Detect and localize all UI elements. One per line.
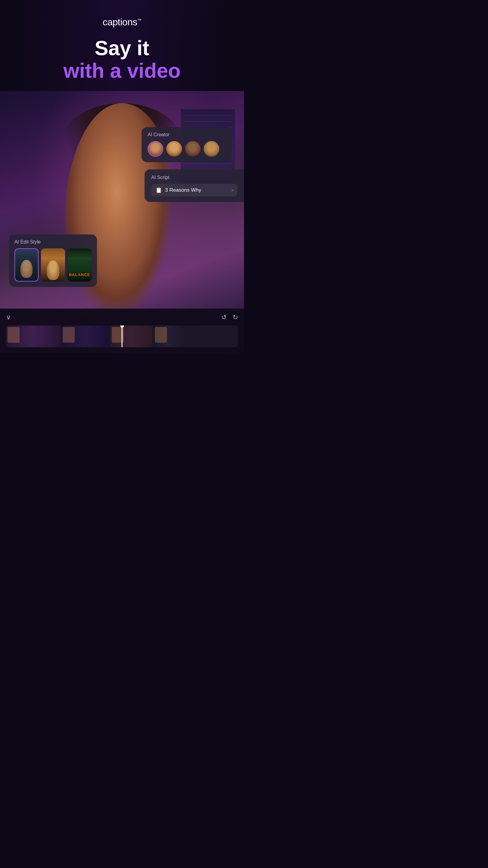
avatar-2[interactable] — [166, 141, 182, 157]
style-thumb-2[interactable] — [41, 248, 65, 281]
style-thumb-3[interactable]: BALANCE — [67, 248, 92, 281]
avatar-3[interactable] — [185, 141, 201, 157]
style-thumbnails-row: BALANCE — [14, 248, 92, 281]
bottom-controls: ∨ ↺ ↻ — [0, 309, 244, 353]
ai-creator-card[interactable]: AI Creator — [141, 127, 232, 162]
avatar-face-4 — [204, 141, 219, 157]
logo-text: captions — [103, 17, 137, 27]
redo-button[interactable]: ↻ — [233, 313, 238, 321]
page-content: captions™ Say it with a video AI Creator — [0, 0, 244, 434]
timeline-playhead — [122, 326, 123, 347]
undo-redo-group: ↺ ↻ — [221, 313, 238, 321]
style-thumb-1[interactable] — [14, 248, 38, 281]
clip-2[interactable] — [61, 326, 109, 347]
timeline[interactable] — [6, 326, 238, 347]
ai-edit-style-label: AI Edit Style — [14, 239, 92, 245]
avatar-face-3 — [185, 141, 201, 157]
logo-area: captions™ — [0, 0, 244, 31]
controls-row: ∨ ↺ ↻ — [6, 313, 238, 321]
clip-3[interactable] — [110, 326, 153, 347]
script-value: 3 Reasons Why — [165, 187, 229, 193]
ai-script-card[interactable]: AI Script 📋 3 Reasons Why › — [144, 169, 244, 202]
avatar-4[interactable] — [204, 141, 219, 157]
collapse-button[interactable]: ∨ — [6, 313, 11, 321]
clip-thumb-2 — [63, 327, 75, 343]
logo-tm: ™ — [137, 18, 141, 23]
script-icon: 📋 — [156, 187, 162, 193]
undo-button[interactable]: ↺ — [221, 313, 227, 321]
script-selector[interactable]: 📋 3 Reasons Why › — [151, 184, 237, 196]
avatar-face-1 — [148, 142, 163, 156]
avatar-1[interactable] — [148, 141, 163, 157]
ai-script-label: AI Script — [151, 175, 237, 180]
clip-thumb-4 — [155, 327, 167, 343]
clip-1[interactable] — [6, 326, 60, 347]
hero-line1: Say it — [12, 37, 232, 59]
avatars-row — [148, 141, 226, 157]
ai-edit-style-card[interactable]: AI Edit Style BALANCE — [9, 235, 97, 287]
video-preview-area: AI Creator AI Script 📋 3 — [0, 91, 244, 353]
clip-4[interactable] — [153, 326, 184, 347]
hero-line2: with a video — [12, 59, 232, 82]
hero-section: Say it with a video — [0, 31, 244, 91]
script-chevron-icon: › — [232, 187, 233, 193]
balance-label: BALANCE — [67, 273, 92, 277]
ai-creator-label: AI Creator — [148, 132, 226, 137]
app-logo: captions™ — [103, 17, 141, 27]
avatar-face-2 — [166, 141, 182, 157]
clip-thumb-1 — [7, 327, 20, 343]
